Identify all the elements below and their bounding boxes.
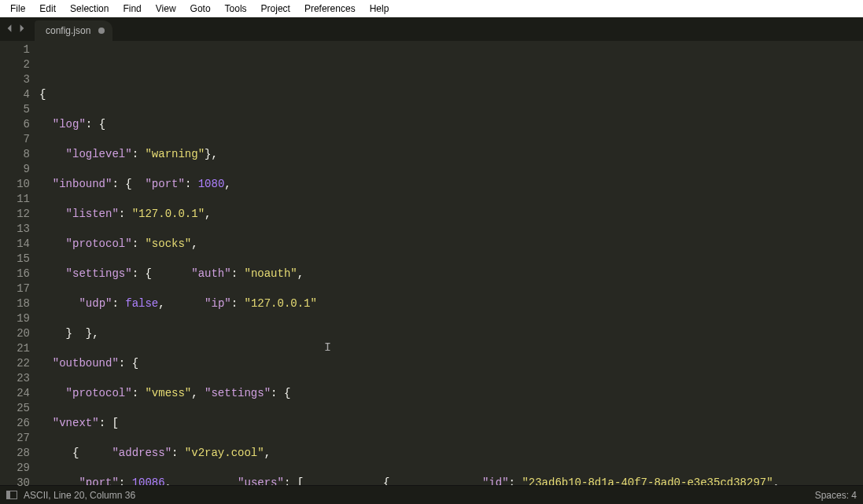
menu-tools[interactable]: Tools [218,2,254,16]
line-number: 21 [0,341,30,356]
line-number: 1 [0,42,30,57]
line-number: 27 [0,431,30,446]
line-number: 12 [0,207,30,222]
line-number: 13 [0,222,30,237]
status-spaces[interactable]: Spaces: 4 [815,490,857,501]
status-bar: ASCII, Line 20, Column 36 Spaces: 4 [0,485,863,504]
line-number: 26 [0,416,30,431]
code-line: { [39,87,863,102]
line-number: 2 [0,57,30,72]
tab-dirty-icon [98,28,105,34]
line-number: 9 [0,162,30,177]
code-line: } }, [39,326,863,341]
line-number: 24 [0,386,30,401]
line-number: 14 [0,237,30,252]
code-line: "settings": { "auth": "noauth", [39,267,863,281]
menu-help[interactable]: Help [363,2,396,16]
code-line: "protocol": "vmess", "settings": { [39,386,863,401]
status-encoding[interactable]: ASCII, Line 20, Column 36 [24,490,135,501]
line-number: 29 [0,461,30,476]
line-number: 28 [0,446,30,461]
nav-back-icon[interactable] [5,22,14,36]
menu-selection[interactable]: Selection [63,2,116,16]
tab-bar: config.json [0,17,863,41]
code-line: "inbound": { "port": 1080, [39,177,863,192]
line-number: 16 [0,267,30,281]
line-number: 20 [0,326,30,341]
line-number: 8 [0,147,30,162]
line-number: 15 [0,252,30,267]
panel-toggle-icon[interactable] [6,491,17,499]
code-line: "udp": false, "ip": "127.0.0.1" [39,296,863,311]
code-line: "protocol": "socks", [39,237,863,252]
nav-arrows [5,17,35,41]
code-line: "vnext": [ [39,416,863,431]
line-gutter: 1234567891011121314151617181920212223242… [0,41,36,485]
menu-view[interactable]: View [149,2,183,16]
menu-goto[interactable]: Goto [183,2,218,16]
code-line: "listen": "127.0.0.1", [39,207,863,222]
nav-forward-icon[interactable] [17,22,27,36]
tab-config-json[interactable]: config.json [35,20,112,41]
line-number: 17 [0,281,30,296]
menu-preferences[interactable]: Preferences [297,2,363,16]
line-number: 30 [0,476,30,491]
code-line: "outbound": { [39,356,863,371]
line-number: 22 [0,356,30,371]
menu-project[interactable]: Project [254,2,297,16]
line-number: 3 [0,72,30,87]
code-line: "port": 10086, "users": [ { "id": "23ad6… [39,476,863,485]
code-line: "log": { [39,117,863,132]
line-number: 10 [0,177,30,192]
editor: 1234567891011121314151617181920212223242… [0,41,863,485]
line-number: 23 [0,371,30,386]
text-cursor-ibeam-icon: I [324,340,331,355]
code-area[interactable]: I { "log": { "loglevel": "warning"}, "in… [36,41,863,485]
line-number: 19 [0,311,30,326]
line-number: 4 [0,87,30,102]
menu-find[interactable]: Find [116,2,148,16]
code-line: "loglevel": "warning"}, [39,147,863,162]
menu-file[interactable]: File [3,2,32,16]
line-number: 18 [0,296,30,311]
menu-edit[interactable]: Edit [32,2,63,16]
line-number: 5 [0,102,30,117]
tab-title: config.json [46,25,90,36]
line-number: 11 [0,192,30,207]
line-number: 6 [0,117,30,132]
menu-bar: FileEditSelectionFindViewGotoToolsProjec… [0,0,863,17]
line-number: 7 [0,132,30,147]
line-number: 25 [0,401,30,416]
code-line: { "address": "v2ray.cool", [39,446,863,461]
